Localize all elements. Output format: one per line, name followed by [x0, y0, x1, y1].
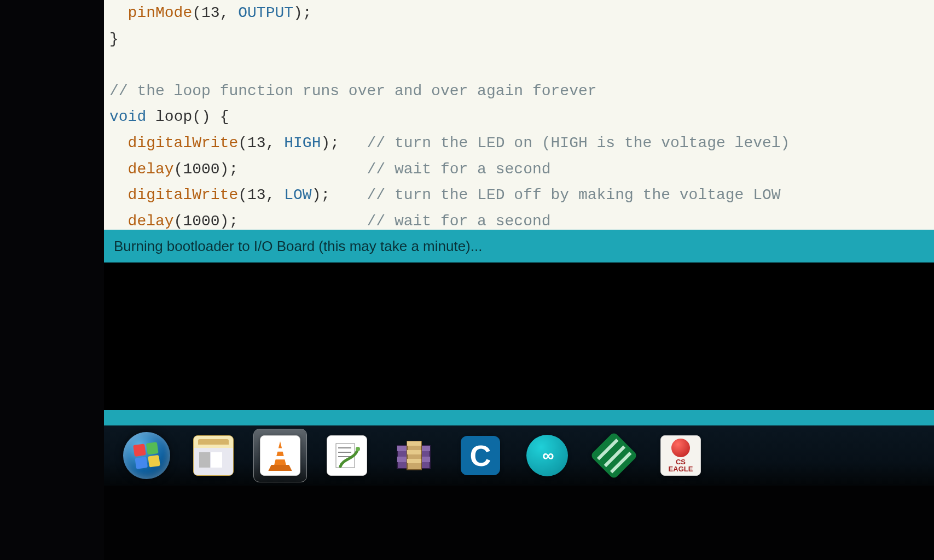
- svg-rect-1: [276, 448, 284, 452]
- file-explorer-icon: [193, 435, 234, 476]
- windows-logo-icon: [123, 432, 170, 479]
- start-button[interactable]: [120, 429, 173, 482]
- arduino-icon: ∞: [526, 435, 568, 476]
- taskbar-pcb-tool[interactable]: [588, 429, 640, 482]
- svg-rect-16: [407, 459, 421, 463]
- svg-rect-2: [275, 456, 285, 459]
- taskbar-arduino[interactable]: ∞: [521, 429, 573, 482]
- taskbar-vlc[interactable]: [254, 429, 306, 482]
- svg-marker-3: [268, 465, 292, 471]
- svg-point-8: [356, 447, 360, 451]
- svg-rect-15: [407, 450, 421, 454]
- code-token-keyword: void: [109, 108, 146, 125]
- code-comment: // the loop function runs over and over …: [109, 83, 597, 100]
- pcb-icon: [590, 431, 638, 480]
- svg-rect-14: [407, 441, 421, 446]
- taskbar-winrar[interactable]: [387, 429, 440, 482]
- ide-console[interactable]: [104, 262, 934, 410]
- vlc-icon: [260, 435, 300, 476]
- status-message: Burning bootloader to I/O Board (this ma…: [114, 238, 482, 255]
- screen-bezel: [104, 486, 934, 560]
- code-token-const: OUTPUT: [238, 4, 293, 21]
- notepadpp-icon: [327, 435, 367, 476]
- ccleaner-icon: C: [461, 436, 500, 475]
- code-token-func: pinMode: [128, 4, 193, 21]
- winrar-icon: [394, 436, 433, 475]
- ide-status-bar: Burning bootloader to I/O Board (this ma…: [104, 230, 934, 262]
- windows-taskbar: C ∞ CS EAGLE: [104, 425, 934, 486]
- taskbar-eagle[interactable]: CS EAGLE: [654, 429, 707, 482]
- svg-marker-0: [274, 441, 286, 465]
- taskbar-file-explorer[interactable]: [187, 429, 240, 482]
- eagle-icon: CS EAGLE: [660, 435, 701, 476]
- taskbar-notepadpp[interactable]: [321, 429, 373, 482]
- ide-footer-strip: [104, 410, 934, 425]
- code-editor[interactable]: pinMode(13, OUTPUT); } // the loop funct…: [104, 0, 934, 230]
- taskbar-ccleaner[interactable]: C: [454, 429, 507, 482]
